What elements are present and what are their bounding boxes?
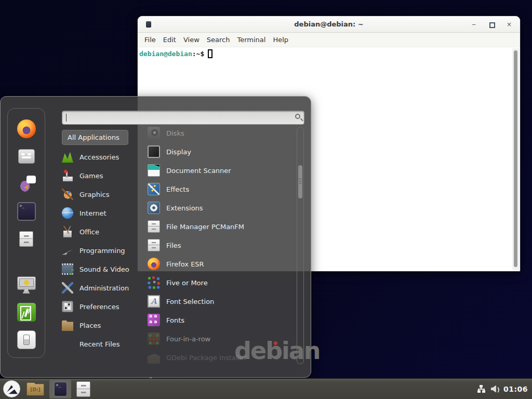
favorite-keyboard[interactable] [17,147,36,166]
app-effects[interactable]: Effects [148,180,294,198]
favorite-file-manager[interactable] [17,229,36,249]
file-manager-folder-launcher[interactable] [23,380,47,398]
five-or-more-icon [148,276,160,289]
terminal-icon [54,381,68,397]
favorite-terminal[interactable] [17,202,36,221]
menu-help[interactable]: Help [269,34,292,46]
terminal-menubar: File Edit View Search Terminal Help [138,33,520,47]
application-list: Disks Display Document Scanner Effects E… [148,124,294,367]
terminal-scrollbar-track[interactable] [512,48,520,270]
terminal-titlebar[interactable]: debian@debian: ~ ‒ × [138,16,520,33]
app-gdebi-package-installer[interactable]: GDebi Package Installer [148,348,294,367]
app-font-selection[interactable]: Font Selection [148,292,294,311]
menu-button[interactable] [0,380,23,398]
network-icon[interactable] [477,385,486,393]
category-office[interactable]: Office [62,222,145,241]
menu-edit[interactable]: Edit [159,34,180,46]
menu-scrollbar-thumb[interactable] [298,165,302,198]
terminal-taskbar-button[interactable] [49,380,71,398]
app-label: Effects [166,185,189,193]
app-label: Display [166,148,191,156]
four-in-a-row-icon [148,332,160,345]
volume-indicator[interactable] [491,385,498,393]
app-label: GDebi Package Installer [166,354,247,362]
category-list: Accessories Games Graphics Internet Offi… [62,148,145,353]
category-sound-video[interactable]: Sound & Video [62,260,145,278]
close-icon[interactable]: × [506,21,513,28]
search-caret [66,114,66,122]
app-label: Fonts [166,316,184,324]
favorites-column [7,108,45,358]
category-label: Sound & Video [79,265,129,273]
app-disks[interactable]: Disks [148,124,294,142]
app-display[interactable]: Display [148,142,294,161]
file-cabinet-icon [76,381,90,397]
menu-scrollbar-track[interactable] [297,127,304,364]
favorite-pidgin[interactable] [17,174,36,194]
file-manager-launcher[interactable] [73,380,94,398]
logout-icon [17,303,36,322]
office-icon [62,226,73,237]
category-games[interactable]: Games [62,166,145,185]
terminal-icon [17,202,36,221]
app-four-in-a-row[interactable]: Four-in-a-row [148,329,294,348]
package-installer-icon [148,351,160,364]
menu-file[interactable]: File [141,34,159,46]
app-label: Four-in-a-row [166,335,210,343]
category-label: Internet [79,209,107,217]
category-label: Places [79,322,101,329]
category-administration[interactable]: Administration [62,278,145,297]
app-files[interactable]: Files [148,236,294,255]
menu-search[interactable]: Search [203,34,234,46]
category-internet[interactable]: Internet [62,204,145,222]
category-preferences[interactable]: Preferences [62,297,145,316]
app-extensions[interactable]: Extensions [148,198,294,217]
font-selection-icon [148,295,160,308]
app-firefox-esr[interactable]: Firefox ESR [148,255,294,273]
terminal-scrollbar-thumb[interactable] [514,50,517,267]
search-icon [295,114,300,119]
category-label: Administration [79,284,129,292]
category-places[interactable]: Places [62,316,145,335]
menu-view[interactable]: View [180,34,203,46]
category-programming[interactable]: Programming [62,241,145,260]
app-label: Files [166,242,181,249]
app-label: File Manager PCManFM [166,223,244,231]
app-file-manager-pcmanfm[interactable]: File Manager PCManFM [148,217,294,236]
category-label: Graphics [79,191,109,198]
category-all-applications[interactable]: All Applications [62,130,128,145]
keyboard-icon [18,149,35,164]
file-manager-icon [19,231,33,247]
folder-icon [26,382,44,396]
app-label: Disks [166,129,184,137]
favorite-firefox[interactable] [17,119,36,139]
taskbar: 01:06 [0,378,532,399]
sound-video-icon [62,263,73,275]
administration-icon [62,282,73,294]
internet-icon [62,207,73,219]
minimize-icon[interactable]: ‒ [470,21,477,28]
category-label: Accessories [79,153,119,161]
lock-screen-button[interactable] [17,275,36,295]
preferences-icon [62,301,73,312]
shutdown-button[interactable] [17,330,36,350]
logout-button[interactable] [17,302,36,322]
volume-waves-icon [494,385,498,393]
app-label: Extensions [166,204,203,212]
app-label: Firefox ESR [166,260,204,268]
maximize-icon[interactable] [488,21,495,28]
app-fonts[interactable]: Fonts [148,311,294,329]
app-five-or-more[interactable]: Five or More [148,273,294,292]
clock[interactable]: 01:06 [503,385,528,393]
category-accessories[interactable]: Accessories [62,148,145,166]
lock-screen-icon [17,276,36,290]
document-scanner-icon [148,164,160,177]
app-document-scanner[interactable]: Document Scanner [148,161,294,180]
menu-terminal[interactable]: Terminal [233,34,269,46]
menu-logo-icon [3,380,20,397]
category-recent-files[interactable]: Recent Files [62,335,145,353]
category-graphics[interactable]: Graphics [62,185,145,204]
fonts-icon [148,314,160,326]
extensions-icon [148,202,160,214]
search-input[interactable] [62,111,304,125]
